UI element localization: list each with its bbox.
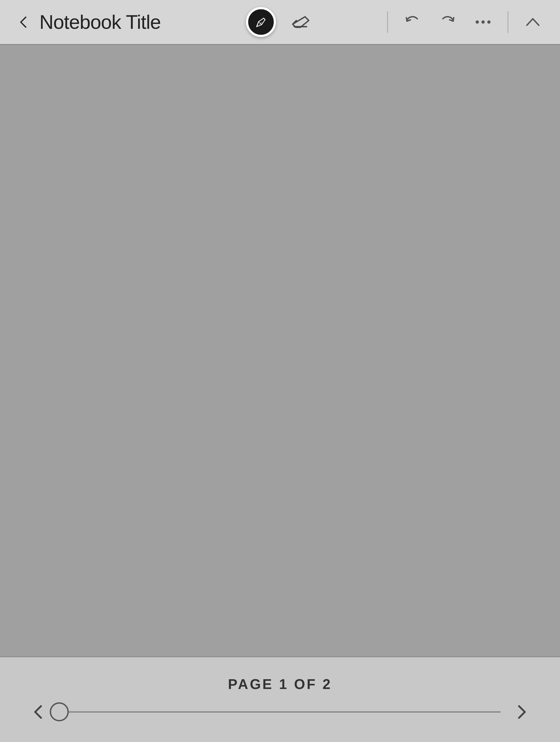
page-slider-track[interactable]	[59, 711, 501, 712]
svg-rect-4	[0, 45, 560, 656]
page-indicator: PAGE 1 OF 2	[228, 676, 332, 692]
chevron-up-icon	[525, 14, 541, 30]
canvas-area[interactable]	[0, 45, 560, 656]
undo-icon	[404, 14, 420, 30]
collapse-button[interactable]	[522, 11, 544, 33]
eraser-icon	[290, 11, 311, 33]
page-navigation	[28, 700, 532, 724]
prev-page-button[interactable]	[28, 700, 51, 724]
pen-tool-button[interactable]	[246, 7, 276, 37]
more-options-button[interactable]	[472, 11, 494, 33]
redo-icon	[440, 14, 456, 30]
bottom-bar: PAGE 1 OF 2	[0, 656, 560, 742]
redo-button[interactable]	[437, 11, 459, 33]
svg-point-0	[476, 20, 479, 23]
back-button[interactable]	[16, 15, 31, 30]
toolbar: Notebook Title	[0, 0, 560, 45]
back-arrow-icon	[16, 15, 31, 30]
next-page-button[interactable]	[509, 700, 532, 724]
toolbar-right	[280, 11, 544, 33]
svg-point-1	[481, 20, 485, 23]
pen-icon	[254, 15, 268, 30]
divider-1	[387, 11, 388, 33]
svg-point-2	[487, 20, 491, 23]
divider-2	[508, 11, 508, 33]
notebook-title: Notebook Title	[39, 11, 161, 33]
prev-arrow-icon	[31, 703, 48, 721]
toolbar-center	[246, 7, 314, 37]
undo-button[interactable]	[402, 11, 423, 33]
next-arrow-icon	[512, 703, 529, 721]
eraser-tool-button[interactable]	[287, 8, 314, 36]
toolbar-left: Notebook Title	[16, 11, 280, 33]
more-icon	[475, 14, 491, 30]
grid-canvas	[0, 45, 560, 656]
page-slider-thumb[interactable]	[50, 702, 69, 721]
